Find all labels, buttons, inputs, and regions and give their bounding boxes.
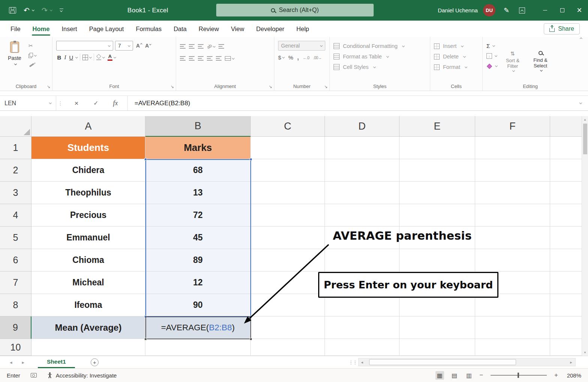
zoom-slider[interactable]	[491, 375, 547, 376]
prev-sheet-icon[interactable]: ◂	[10, 360, 12, 365]
cell-g4[interactable]	[550, 204, 582, 227]
cell-a5[interactable]: Emmanuel	[31, 227, 145, 249]
ribbon-display-options-icon[interactable]	[519, 7, 525, 13]
col-header-a[interactable]: A	[31, 116, 145, 137]
find-select-button[interactable]: Find & Select	[528, 41, 553, 82]
align-left-button[interactable]	[180, 54, 186, 63]
row-header-1[interactable]: 1	[0, 137, 31, 159]
row-header-7[interactable]: 7	[0, 272, 31, 294]
clear-button[interactable]	[486, 61, 497, 71]
cell-b6[interactable]: 89	[145, 249, 251, 272]
dialog-launcher-icon[interactable]: ↘	[47, 85, 50, 89]
insert-cells-button[interactable]: Insert	[434, 41, 479, 51]
scroll-down-icon[interactable]: ▼	[582, 349, 588, 356]
cell-f7[interactable]	[475, 272, 550, 294]
scroll-left-icon[interactable]: ◂	[359, 360, 365, 365]
cell-f6[interactable]	[475, 249, 550, 272]
row-header-10[interactable]: 10	[0, 339, 31, 356]
cell-e9[interactable]	[399, 316, 475, 339]
cell-b8[interactable]: 90	[145, 294, 251, 316]
col-header-e[interactable]: E	[399, 116, 475, 137]
cell-e7[interactable]	[399, 272, 475, 294]
cell-e8[interactable]	[399, 294, 475, 316]
middle-align-button[interactable]	[189, 42, 195, 51]
vertical-scrollbar[interactable]: ▲ ▼	[582, 116, 588, 356]
orientation-button[interactable]: ab	[207, 42, 215, 51]
cell-b7[interactable]: 12	[145, 272, 251, 294]
horizontal-scroll-thumb[interactable]	[369, 359, 516, 365]
tab-data[interactable]: Data	[168, 21, 193, 37]
col-header-c[interactable]: C	[251, 116, 325, 137]
row-header-2[interactable]: 2	[0, 159, 31, 182]
italic-button[interactable]: I	[62, 54, 68, 61]
cell-f9[interactable]	[475, 316, 550, 339]
cell-a2[interactable]: Chidera	[31, 159, 145, 182]
cell-d6[interactable]	[325, 249, 399, 272]
cell-d2[interactable]	[325, 159, 399, 182]
increase-decimal-button[interactable]: ←.0	[303, 55, 310, 60]
cell-e10[interactable]	[399, 339, 475, 356]
cell-g6[interactable]	[550, 249, 582, 272]
col-header-f[interactable]: F	[475, 116, 550, 137]
cell-g8[interactable]	[550, 294, 582, 316]
cell-d10[interactable]	[325, 339, 399, 356]
cell-d1[interactable]	[325, 137, 399, 159]
cell-d7[interactable]	[325, 272, 399, 294]
format-as-table-button[interactable]: Format as Table	[334, 51, 426, 62]
tab-file[interactable]: File	[4, 21, 27, 37]
cell-c6[interactable]	[251, 249, 325, 272]
dialog-launcher-icon[interactable]: ↘	[171, 85, 174, 89]
cell-f5[interactable]	[475, 227, 550, 249]
top-align-button[interactable]	[180, 42, 186, 51]
horizontal-scrollbar[interactable]: ◂ ▸	[358, 358, 576, 366]
vertical-scroll-thumb[interactable]	[583, 124, 587, 154]
search-input[interactable]: Search (Alt+Q)	[216, 4, 374, 16]
enter-entry-button[interactable]: ✓	[86, 100, 106, 107]
name-box[interactable]: LEN	[0, 96, 56, 110]
cell-e1[interactable]	[399, 137, 475, 159]
bottom-align-button[interactable]	[198, 42, 203, 51]
user-name[interactable]: Daniel Uchenna	[438, 7, 478, 13]
formula-input[interactable]: =AVERAGE(B2:B8)	[128, 96, 572, 110]
decrease-decimal-button[interactable]: .00→	[313, 55, 322, 60]
cell-b10[interactable]	[145, 339, 251, 356]
delete-cells-button[interactable]: Delete	[434, 51, 479, 62]
dialog-launcher-icon[interactable]: ↘	[324, 85, 328, 89]
dialog-launcher-icon[interactable]: ↘	[269, 85, 272, 89]
increase-indent-button[interactable]	[216, 54, 221, 63]
row-header-5[interactable]: 5	[0, 227, 31, 249]
align-center-button[interactable]	[189, 54, 195, 63]
zoom-level[interactable]: 208%	[564, 372, 581, 379]
cut-button[interactable]: ✂	[28, 41, 36, 51]
tab-review[interactable]: Review	[193, 21, 225, 37]
cell-e2[interactable]	[399, 159, 475, 182]
cell-d9[interactable]	[325, 316, 399, 339]
scroll-right-icon[interactable]: ▸	[568, 360, 575, 365]
tab-developer[interactable]: Developer	[250, 21, 290, 37]
number-format-select[interactable]: General	[278, 41, 325, 51]
tab-insert[interactable]: Insert	[55, 21, 83, 37]
font-size-select[interactable]: 7	[115, 41, 133, 51]
bold-button[interactable]: B	[56, 54, 62, 61]
cell-b9-formula[interactable]: =AVERAGE(B2:B8)	[145, 316, 251, 339]
cell-c3[interactable]	[251, 182, 325, 204]
cell-f10[interactable]	[475, 339, 550, 356]
cell-b4[interactable]: 72	[145, 204, 251, 227]
cell-f3[interactable]	[475, 182, 550, 204]
share-button[interactable]: Share	[544, 23, 580, 34]
inking-icon[interactable]: ✎	[504, 6, 509, 15]
cell-g9[interactable]	[550, 316, 582, 339]
cell-b5[interactable]: 45	[145, 227, 251, 249]
record-macro-icon[interactable]	[31, 373, 37, 378]
row-header-9[interactable]: 9	[0, 316, 31, 339]
col-header-partial[interactable]	[550, 116, 582, 137]
cell-c5[interactable]	[251, 227, 325, 249]
customize-quick-access-button[interactable]	[60, 9, 63, 12]
cell-c1[interactable]	[251, 137, 325, 159]
font-color-button[interactable]: A	[108, 54, 112, 61]
cell-styles-button[interactable]: Cell Styles	[334, 62, 426, 72]
cell-a7[interactable]: Micheal	[31, 272, 145, 294]
cell-b3[interactable]: 13	[145, 182, 251, 204]
col-header-b[interactable]: B	[145, 116, 251, 137]
tab-splitter-handle[interactable]: ⋮⋮	[349, 360, 357, 365]
